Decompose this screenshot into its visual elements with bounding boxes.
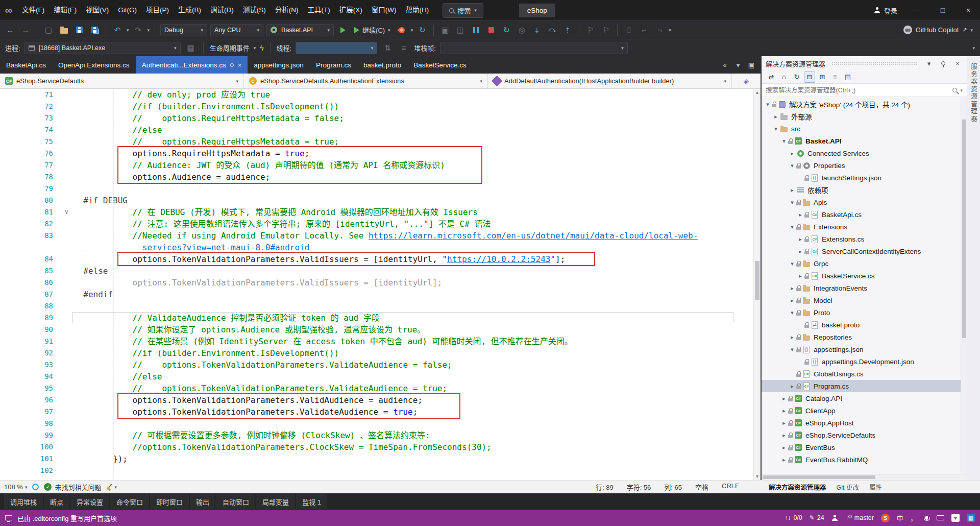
menu-item[interactable]: 测试(S) <box>238 0 271 20</box>
new-file-icon[interactable]: ▢ <box>42 24 55 36</box>
code-line[interactable]: 71 // dev only; prod 应设为 true <box>0 89 761 101</box>
breadcrumb-segment[interactable]: AddDefaultAuthentication(IHostApplicatio… <box>488 74 732 88</box>
expander-icon[interactable]: ▾ <box>788 260 796 267</box>
tree-item[interactable]: ▸Connected Services <box>762 147 967 159</box>
menu-item[interactable]: Git(G) <box>113 0 141 20</box>
code-link[interactable]: https://10.0.2.2:5243 <box>447 254 550 264</box>
window-layout-icon[interactable]: ▣ <box>439 24 451 36</box>
tree-item[interactable]: ▸BasketService.cs <box>762 270 967 282</box>
expander-icon[interactable]: ▾ <box>772 126 780 132</box>
scrollbar-thumb[interactable] <box>763 475 875 479</box>
live-share-button[interactable] <box>831 515 838 521</box>
code-line[interactable]: 76 options.RequireHttpsMetadata = true; <box>0 148 761 159</box>
code-line[interactable]: 97 options.TokenValidationParameters.Val… <box>0 406 761 418</box>
expander-icon[interactable]: ▸ <box>788 187 796 194</box>
panel-tab[interactable]: 自动窗口 <box>216 494 255 509</box>
code-line[interactable]: 93 // options.TokenValidationParameters.… <box>0 359 761 371</box>
tree-item[interactable]: ▸BasketApi.cs <box>762 208 967 221</box>
tree-item[interactable]: ▸ServerCallContextIdentityExtens <box>762 245 967 257</box>
close-button[interactable]: × <box>957 0 980 20</box>
search-options-icon[interactable]: ▾ <box>960 88 963 93</box>
sync-with-active-document-icon[interactable]: ⊟ <box>804 71 815 83</box>
expander-icon[interactable]: ▾ <box>788 309 796 316</box>
tab-options-icon[interactable]: ▣ <box>745 59 757 71</box>
tree-item[interactable]: ▸EventBus.RabbitMQ <box>762 453 967 466</box>
expander-icon[interactable]: ▸ <box>788 285 796 292</box>
server-explorer-tab[interactable]: 服务器资源管理器 <box>969 63 978 480</box>
tree-item[interactable]: launchSettings.json <box>762 172 967 184</box>
microphone-icon[interactable] <box>925 516 928 520</box>
panel-tab[interactable]: 异常设置 <box>70 494 109 509</box>
stop-debugging-button[interactable] <box>485 24 497 36</box>
expander-icon[interactable]: ▸ <box>788 150 796 157</box>
git-branch-button[interactable]: master <box>845 514 874 521</box>
document-tab[interactable]: Authenticati...Extensions.cs× <box>136 56 248 74</box>
scrollbar-thumb[interactable] <box>755 261 760 300</box>
panel-tab[interactable]: 输出 <box>190 494 215 509</box>
scroll-up-icon[interactable]: ▲ <box>754 90 761 95</box>
breadcrumb-segment[interactable]: C#eShop.ServiceDefaults▾ <box>0 74 244 88</box>
navigate-back-icon[interactable]: ← <box>4 24 16 36</box>
thread-list-icon[interactable]: ≡ <box>398 42 410 54</box>
code-line[interactable]: 99 // 可根据需要设置更多参数, 例如时钟偏移 (ClockSkew) 、签… <box>0 429 761 441</box>
tree-item[interactable]: ▾Properties <box>762 159 967 172</box>
panel-tab[interactable]: 监视 1 <box>296 494 327 509</box>
properties-icon[interactable]: ▤ <box>842 71 853 83</box>
tree-item[interactable]: ▸IntegrationEvents <box>762 282 967 294</box>
save-all-icon[interactable] <box>88 24 101 36</box>
window-position-icon[interactable]: ▾ <box>924 58 934 68</box>
menu-item[interactable]: 视图(V) <box>81 0 113 20</box>
maximize-button[interactable]: □ <box>931 0 954 20</box>
document-tab[interactable]: BasketService.cs <box>407 56 473 74</box>
tree-item[interactable]: ▾解决方案 'eShop' (24 个项目，共 24 个) <box>762 98 967 110</box>
tree-item[interactable]: ▾Basket.API <box>762 135 967 147</box>
scrollbar-thumb[interactable] <box>962 119 966 338</box>
expander-icon[interactable]: ▾ <box>788 162 796 169</box>
code-line[interactable]: 86 options.TokenValidationParameters.Val… <box>0 277 761 289</box>
expander-icon[interactable]: ▾ <box>780 138 788 145</box>
active-files-list-icon[interactable]: ▾ <box>732 59 744 71</box>
tree-item[interactable]: ▸Extensions.cs <box>762 233 967 245</box>
code-line[interactable]: 85 #else <box>0 265 761 277</box>
undo-dropdown-icon[interactable]: ▾ <box>127 28 129 33</box>
zoom-control[interactable]: 108 % ▾ <box>4 483 27 491</box>
tree-item[interactable]: ▸Catalog.API <box>762 392 967 404</box>
ime-punctuation-toggle[interactable]: ， <box>910 513 917 523</box>
code-line[interactable]: 88 <box>0 300 761 312</box>
expander-icon[interactable]: ▸ <box>796 211 804 218</box>
editor-scrollbar[interactable]: ▲ ▼ <box>753 89 761 480</box>
hot-reload-icon[interactable] <box>396 24 408 36</box>
tree-item[interactable]: appsettings.Development.json <box>762 355 967 368</box>
search-icon[interactable] <box>952 88 957 92</box>
tree-item[interactable]: ▾src <box>762 123 967 135</box>
expander-icon[interactable]: ▸ <box>780 457 788 463</box>
code-line[interactable]: 82 // 注意: 这里使用数组语法传入多个字符串; 原来的 [identity… <box>0 218 761 230</box>
code-line[interactable]: 96 options.TokenValidationParameters.Val… <box>0 394 761 406</box>
expander-icon[interactable]: ▸ <box>780 432 788 439</box>
expander-icon[interactable]: ▸ <box>772 113 780 120</box>
navigate-forward-icon[interactable]: → <box>19 24 32 36</box>
open-folder-icon[interactable] <box>58 24 70 36</box>
keyboard-icon[interactable] <box>937 515 944 520</box>
expander-icon[interactable]: ▸ <box>788 297 796 304</box>
tree-item[interactable]: ▾Proto <box>762 306 967 319</box>
menu-item[interactable]: 编辑(E) <box>49 0 81 20</box>
restart-application-icon[interactable]: ↻ <box>416 24 428 36</box>
save-icon[interactable] <box>73 24 85 36</box>
solution-platform-dropdown[interactable]: Any CPU▾ <box>210 24 263 36</box>
code-line[interactable]: 74 //else <box>0 124 761 136</box>
expander-icon[interactable]: ▾ <box>788 224 796 230</box>
show-next-statement-icon[interactable]: ◎ <box>516 24 528 36</box>
lifecycle-events-button[interactable]: 生命周期事件 <box>210 43 250 53</box>
code-line[interactable]: 72 //if (builder.Environment.IsDevelopme… <box>0 101 761 112</box>
tree-item[interactable]: ▸Model <box>762 294 967 306</box>
code-line[interactable]: 75 // options.RequireHttpsMetadata = tru… <box>0 136 761 148</box>
tree-item[interactable]: basket.proto <box>762 319 967 331</box>
document-tab[interactable]: appsettings.json <box>248 56 310 74</box>
tree-item[interactable]: ▾Grpc <box>762 257 967 270</box>
previous-bookmark-icon[interactable]: ⌐ <box>638 24 650 36</box>
pin-icon[interactable] <box>230 63 234 67</box>
code-line[interactable]: 87 #endif <box>0 289 761 300</box>
code-line[interactable]: 77 // Audience: JWT 的受众 (aud) 声明期待的值 (通常… <box>0 159 761 171</box>
error-status[interactable]: ✓ 未找到相关问题 <box>44 482 101 492</box>
